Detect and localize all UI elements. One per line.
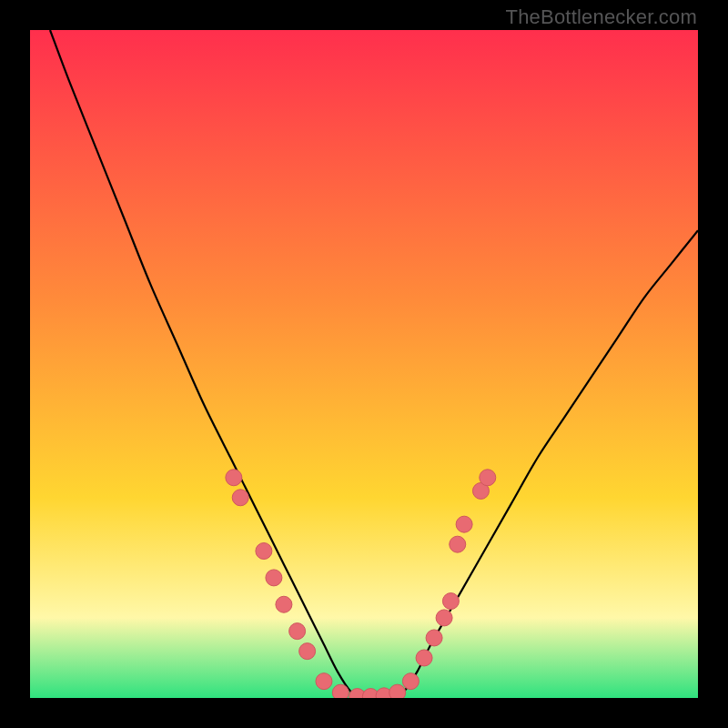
curve-marker — [450, 536, 466, 552]
curve-marker — [480, 470, 496, 486]
curve-marker — [416, 650, 432, 666]
curve-marker — [402, 673, 419, 690]
bottleneck-curve — [50, 30, 698, 698]
bottleneck-curve-svg — [30, 30, 698, 698]
curve-marker — [226, 470, 242, 486]
curve-marker — [456, 516, 472, 532]
curve-marker — [332, 684, 349, 698]
chart-frame: TheBottlenecker.com — [0, 0, 728, 728]
curve-markers — [226, 470, 496, 698]
curve-marker — [256, 543, 272, 560]
curve-marker — [232, 490, 248, 506]
curve-marker — [442, 593, 459, 610]
curve-marker — [389, 684, 406, 698]
curve-marker — [276, 596, 292, 612]
curve-marker — [299, 643, 316, 660]
curve-marker — [316, 673, 332, 690]
curve-marker — [426, 630, 442, 646]
curve-marker — [436, 610, 452, 626]
watermark-text: TheBottlenecker.com — [506, 5, 697, 29]
plot-area — [30, 30, 698, 698]
curve-marker — [289, 623, 306, 640]
curve-marker — [266, 570, 282, 586]
